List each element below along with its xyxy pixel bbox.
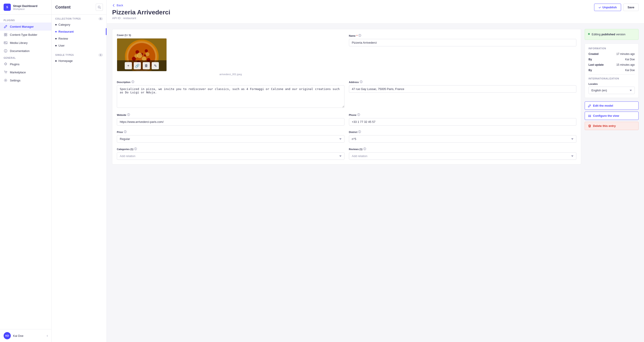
sidebar-item-label: Content Manager (10, 25, 34, 28)
reviews-relation[interactable]: Add relation (349, 152, 576, 160)
district-select[interactable]: n°5 (349, 135, 576, 143)
page-title: Pizzeria Arrivederci (112, 9, 170, 16)
sidebar-item-settings[interactable]: Settings (0, 76, 52, 84)
cover-field: Cover (1 / 1) (117, 34, 344, 76)
created-row: Created 17 minutes ago (588, 52, 635, 56)
status-highlight: published (601, 33, 615, 36)
dot-icon (55, 60, 57, 62)
cover-image-wrapper: + 🔗 🗑 ✎ (117, 38, 167, 71)
district-info-icon: ⓘ (358, 130, 361, 134)
svg-rect-1 (6, 33, 7, 34)
collection-item-label: Category (58, 23, 70, 26)
name-input[interactable] (349, 39, 576, 46)
address-label: Address ⓘ (349, 80, 576, 84)
district-label: District ⓘ (349, 130, 576, 134)
collection-item-restaurant[interactable]: Restaurant (52, 28, 106, 35)
shopping-icon (4, 70, 8, 74)
locales-label: Locales (588, 83, 635, 85)
unpublish-button[interactable]: Unpublish (594, 4, 621, 11)
address-input[interactable] (349, 85, 576, 93)
configure-view-button[interactable]: Configure the view (585, 112, 638, 120)
main-header: Back Pizzeria Arrivederci API ID : resta… (107, 0, 644, 24)
description-address-row: Description ⓘ Specialized in pizza, we i… (117, 80, 576, 108)
sidebar-item-marketplace[interactable]: Marketplace (0, 68, 52, 76)
address-field: Address ⓘ (349, 80, 576, 108)
collection-item-user[interactable]: User (52, 42, 106, 49)
sidebar-item-documentation[interactable]: Documentation (0, 47, 52, 55)
unpublish-label: Unpublish (602, 6, 617, 9)
locale-select[interactable]: English (en) French (fr) German (de) (588, 87, 635, 94)
collapse-button[interactable]: ‹ (47, 334, 48, 338)
plugin-icon (4, 62, 8, 66)
reviews-info-icon: ⓘ (363, 147, 366, 151)
cover-name-row: Cover (1 / 1) (117, 34, 576, 76)
collection-item-category[interactable]: Category (52, 21, 106, 28)
by-value: Kai Doe (625, 58, 635, 61)
categories-relation[interactable]: Add relation (117, 152, 344, 160)
sidebar-item-media-library[interactable]: Media Library (0, 39, 52, 47)
categories-info-icon: ⓘ (134, 147, 137, 151)
reviews-label: Reviews (1) ⓘ (349, 147, 576, 151)
svg-point-25 (146, 52, 150, 56)
collection-item-label: Homepage (58, 59, 73, 63)
form-sidebar: Editing published version INFORMATION Cr… (585, 29, 638, 336)
sidebar-item-content-manager[interactable]: Content Manager (0, 23, 52, 31)
by-value-2: Kai Doe (625, 69, 635, 72)
single-types-section: SINGLE TYPES 1 (52, 51, 106, 57)
status-dot (588, 33, 590, 35)
address-info-icon: ⓘ (360, 80, 362, 84)
description-info-icon: ⓘ (132, 80, 134, 84)
collection-item-homepage[interactable]: Homepage (52, 57, 106, 64)
brand-name: Strapi Dashboard (13, 4, 37, 8)
single-count: 1 (98, 54, 103, 57)
cover-filename: arrivederci_001.jpeg (117, 73, 344, 76)
categories-reviews-row: Categories (1) ⓘ Add relation Reviews (1… (117, 147, 576, 160)
cover-link-button[interactable]: 🔗 (134, 62, 141, 69)
back-label: Back (116, 4, 123, 7)
header-left: Back Pizzeria Arrivederci API ID : resta… (112, 4, 170, 20)
website-input[interactable] (117, 118, 344, 125)
delete-entry-button[interactable]: Delete this entry (585, 122, 638, 130)
last-update-row: Last update 15 minutes ago (588, 63, 635, 66)
name-label: Name * ⓘ (349, 34, 576, 38)
active-indicator (106, 28, 106, 35)
categories-label: Categories (1) ⓘ (117, 147, 344, 151)
save-button[interactable]: Save (623, 4, 638, 11)
content-panel-header: Content (52, 0, 106, 15)
internationalization-label: INTERNATIONALIZATION (588, 77, 635, 80)
cover-add-button[interactable]: + (125, 62, 132, 69)
phone-field: Phone ⓘ (349, 113, 576, 125)
sidebar-item-plugins[interactable]: Plugins (0, 60, 52, 68)
search-button[interactable] (96, 4, 103, 11)
phone-input[interactable] (349, 118, 576, 125)
single-types-label: SINGLE TYPES 1 (55, 54, 103, 57)
edit-icon (4, 25, 8, 29)
form-area: Cover (1 / 1) (107, 24, 644, 342)
cover-edit-button[interactable]: ✎ (152, 62, 159, 69)
dot-icon (55, 31, 57, 32)
svg-point-8 (6, 73, 7, 74)
sidebar: S Strapi Dashboard Workplace PLUGINS Con… (0, 0, 52, 342)
logo-text: S (6, 6, 8, 9)
dot-icon (55, 38, 57, 39)
plugins-label: PLUGINS (0, 17, 52, 23)
brand-workplace: Workplace (13, 8, 37, 10)
api-id: API ID : restaurant (112, 17, 170, 20)
edit-model-button[interactable]: Edit the model (585, 101, 638, 110)
sidebar-item-label: Documentation (10, 49, 30, 53)
by-label: By (588, 58, 592, 61)
price-select[interactable]: Regular Cheap Expensive (117, 135, 344, 143)
website-field: Website ⓘ (117, 113, 344, 125)
configure-view-label: Configure the view (593, 114, 619, 117)
description-textarea[interactable]: Specialized in pizza, we invite you to r… (117, 85, 344, 108)
collection-item-review[interactable]: Review (52, 35, 106, 42)
updated-by-row: By Kai Doe (588, 69, 635, 72)
sidebar-item-label: Marketplace (10, 71, 26, 74)
cover-wrapper: + 🔗 🗑 ✎ arrivederci_001.jpeg (117, 38, 344, 76)
svg-rect-3 (6, 35, 7, 36)
name-field: Name * ⓘ (349, 34, 576, 76)
cover-delete-button[interactable]: 🗑 (143, 62, 150, 69)
website-phone-row: Website ⓘ Phone ⓘ (117, 113, 576, 125)
back-link[interactable]: Back (112, 4, 170, 7)
sidebar-item-content-type-builder[interactable]: Content-Type Builder (0, 31, 52, 39)
